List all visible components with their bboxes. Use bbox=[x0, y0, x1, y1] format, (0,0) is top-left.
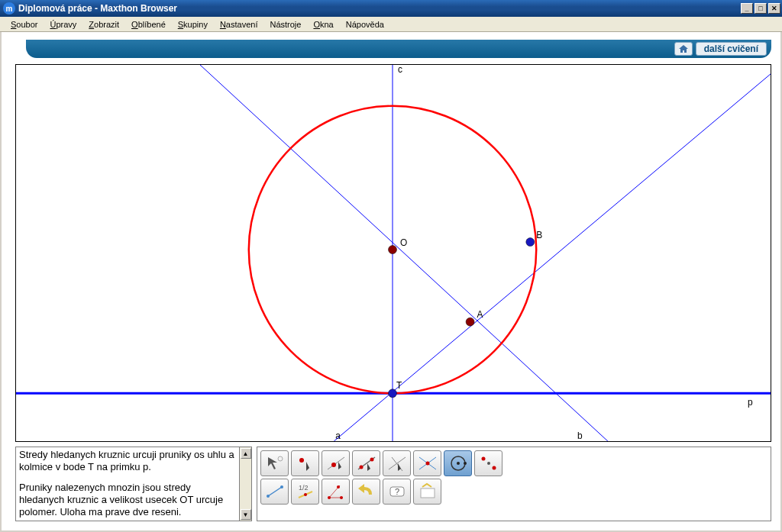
tool-undo[interactable] bbox=[352, 479, 380, 505]
svg-line-7 bbox=[389, 457, 406, 469]
svg-text:?: ? bbox=[395, 487, 399, 496]
midpoint-icon: 1/2 bbox=[296, 482, 315, 501]
tool-midpoint[interactable]: 1/2 bbox=[291, 479, 319, 505]
svg-point-27 bbox=[340, 496, 343, 499]
point-B bbox=[526, 238, 535, 247]
tool-intersect[interactable] bbox=[413, 450, 441, 476]
window-title: Diplomová práce - Maxthon Browser bbox=[18, 3, 177, 14]
info-scrollbar[interactable]: ▲ ▼ bbox=[240, 447, 252, 521]
svg-point-11 bbox=[425, 462, 429, 466]
clear-icon bbox=[418, 482, 438, 501]
svg-point-26 bbox=[328, 496, 331, 499]
perp-icon bbox=[387, 454, 407, 472]
home-button[interactable] bbox=[674, 42, 693, 56]
svg-point-23 bbox=[304, 493, 307, 496]
close-button[interactable]: ✕ bbox=[768, 3, 780, 14]
point-A bbox=[466, 318, 474, 326]
tool-panel: 1/2 ? bbox=[257, 447, 771, 521]
point-icon bbox=[296, 454, 315, 472]
app-icon: m bbox=[3, 2, 15, 15]
svg-point-14 bbox=[464, 462, 467, 465]
angle-icon bbox=[326, 482, 346, 501]
tool-point-on-object[interactable] bbox=[322, 450, 350, 476]
label-T: T bbox=[396, 380, 402, 391]
tool-point[interactable] bbox=[291, 450, 319, 476]
menu-okna[interactable]: Okna bbox=[307, 18, 339, 31]
top-nav-strip: další cvičení bbox=[26, 40, 771, 58]
svg-point-6 bbox=[370, 458, 373, 462]
svg-line-2 bbox=[328, 457, 344, 469]
menubar: Soubor Úpravy Zobrazit Oblíbené Skupiny … bbox=[0, 17, 782, 32]
svg-point-16 bbox=[492, 466, 496, 470]
tool-help[interactable]: ? bbox=[383, 479, 411, 505]
label-c: c bbox=[398, 65, 402, 75]
info-line2: Pruniky nalezenych mnozin jsou stredy hl… bbox=[19, 482, 236, 519]
svg-point-19 bbox=[267, 495, 270, 498]
svg-point-0 bbox=[278, 456, 283, 461]
label-B: B bbox=[536, 230, 542, 240]
svg-point-15 bbox=[481, 457, 485, 461]
point-T bbox=[389, 389, 397, 398]
tool-clear[interactable] bbox=[413, 479, 441, 505]
svg-line-8 bbox=[392, 457, 402, 471]
menu-skupiny[interactable]: Skupiny bbox=[172, 18, 214, 31]
reflect-icon bbox=[479, 454, 499, 472]
svg-point-13 bbox=[457, 462, 460, 465]
menu-soubor[interactable]: Soubor bbox=[5, 18, 44, 31]
maximize-button[interactable]: □ bbox=[755, 3, 767, 14]
home-icon bbox=[678, 44, 689, 53]
svg-line-18 bbox=[268, 487, 282, 496]
tool-angle[interactable] bbox=[322, 479, 350, 505]
tool-perpendicular[interactable] bbox=[383, 450, 411, 476]
menu-upravy[interactable]: Úpravy bbox=[44, 18, 82, 31]
menu-napoveda[interactable]: Nápověda bbox=[340, 18, 390, 31]
scroll-down-button[interactable]: ▼ bbox=[241, 509, 251, 520]
next-exercise-button[interactable]: další cvičení bbox=[696, 42, 767, 56]
info-textbox: Stredy hledanych kruznic urcuji pruniky … bbox=[15, 447, 240, 521]
label-b: b bbox=[577, 430, 583, 441]
tool-line[interactable] bbox=[352, 450, 380, 476]
page-content: další cvičení p c a b O bbox=[0, 32, 782, 532]
geometry-svg: p c a b O T A B bbox=[16, 65, 771, 441]
tool-circle[interactable] bbox=[444, 450, 472, 476]
svg-point-5 bbox=[359, 466, 363, 469]
info-line1: Stredy hledanych kruznic urcuji pruniky … bbox=[19, 449, 236, 474]
label-p: p bbox=[748, 397, 753, 408]
label-A: A bbox=[477, 309, 483, 320]
minimize-button[interactable]: _ bbox=[741, 3, 753, 14]
point-O bbox=[389, 246, 397, 254]
menu-nastroje[interactable]: Nástroje bbox=[263, 18, 307, 31]
bottom-row: Stredy hledanych kruznic urcuji pruniky … bbox=[15, 447, 771, 521]
scroll-up-button[interactable]: ▲ bbox=[241, 448, 251, 459]
svg-point-20 bbox=[280, 485, 283, 488]
svg-point-17 bbox=[487, 462, 490, 465]
info-panel: Stredy hledanych kruznic urcuji pruniky … bbox=[15, 447, 252, 521]
svg-rect-31 bbox=[421, 488, 435, 498]
intersect-icon bbox=[418, 454, 438, 472]
move-icon bbox=[265, 454, 285, 472]
line-a bbox=[200, 65, 608, 441]
point-on-icon bbox=[326, 454, 346, 472]
circle-icon bbox=[448, 454, 468, 472]
svg-point-28 bbox=[337, 485, 340, 488]
help-icon: ? bbox=[387, 482, 407, 501]
menu-nastaveni[interactable]: Nastavení bbox=[214, 18, 264, 31]
svg-point-3 bbox=[331, 463, 336, 467]
titlebar: m Diplomová práce - Maxthon Browser _ □ … bbox=[0, 0, 782, 17]
label-O: O bbox=[400, 237, 407, 248]
menu-zobrazit[interactable]: Zobrazit bbox=[82, 18, 125, 31]
tool-move[interactable] bbox=[260, 450, 289, 476]
segment-icon bbox=[265, 482, 285, 501]
tool-reflect[interactable] bbox=[474, 450, 502, 476]
line-icon bbox=[357, 454, 376, 472]
undo-icon bbox=[357, 482, 376, 501]
tool-segment[interactable] bbox=[260, 479, 289, 505]
svg-point-1 bbox=[299, 458, 304, 463]
geometry-canvas[interactable]: p c a b O T A B bbox=[15, 64, 771, 442]
svg-text:1/2: 1/2 bbox=[299, 484, 309, 492]
menu-oblibene[interactable]: Oblíbené bbox=[125, 18, 172, 31]
